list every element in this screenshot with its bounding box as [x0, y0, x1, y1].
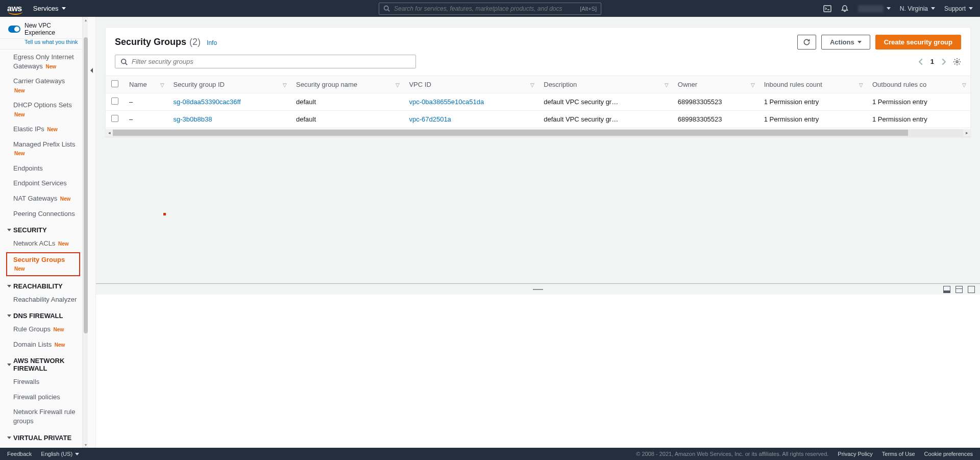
region-menu[interactable]: N. Virginia — [900, 5, 935, 12]
cell-vpc-link[interactable]: vpc-67d2501a — [409, 115, 451, 123]
column-header[interactable]: Description▽ — [538, 76, 673, 93]
select-all-checkbox[interactable] — [111, 80, 118, 87]
svg-point-0 — [384, 6, 388, 10]
cell-vpc-link[interactable]: vpc-0ba38655e10ca51da — [409, 98, 484, 106]
cell-desc: default VPC security gr… — [538, 93, 673, 111]
column-header[interactable]: VPC ID▽ — [404, 76, 538, 93]
cell-inbound: 1 Permission entry — [759, 93, 867, 111]
cell-name: – — [129, 115, 133, 123]
sidebar-item[interactable]: Rule Groups New — [0, 322, 82, 337]
sidebar-item[interactable]: Endpoints — [0, 161, 82, 176]
sidebar-item[interactable]: Peering Connections — [0, 206, 82, 222]
table-hscroll[interactable]: ◂ ▸ — [106, 129, 970, 136]
sidebar-item[interactable]: Endpoint Services — [0, 176, 82, 191]
actions-button[interactable]: Actions — [821, 35, 870, 50]
marker — [163, 213, 166, 215]
next-page-icon[interactable] — [941, 58, 946, 65]
cell-inbound: 1 Permission entry — [759, 111, 867, 128]
cell-sgname: default — [291, 111, 404, 128]
security-groups-table: Name▽Security group ID▽Security group na… — [106, 76, 970, 128]
search-shortcut: [Alt+S] — [580, 6, 597, 12]
scrollbar-thumb[interactable] — [84, 37, 88, 333]
panel-splitter[interactable] — [96, 283, 980, 295]
row-checkbox[interactable] — [111, 115, 118, 122]
table-row[interactable]: –sg-08daa53390cac36ffdefaultvpc-0ba38655… — [106, 93, 970, 111]
feedback-link[interactable]: Feedback — [7, 451, 32, 457]
settings-icon[interactable] — [953, 58, 961, 66]
feedback-link[interactable]: Tell us what you think — [0, 39, 82, 50]
prev-page-icon[interactable] — [919, 58, 923, 65]
sidebar-item[interactable]: Security Groups New — [6, 252, 80, 276]
support-menu[interactable]: Support — [944, 5, 973, 12]
info-link[interactable]: Info — [207, 39, 217, 46]
table-row[interactable]: –sg-3b0b8b38defaultvpc-67d2501adefault V… — [106, 111, 970, 128]
cell-sgname: default — [291, 93, 404, 111]
terms-link[interactable]: Terms of Use — [882, 451, 915, 457]
sidebar-section-header[interactable]: VIRTUAL PRIVATE — [0, 429, 82, 444]
cell-sgid-link[interactable]: sg-08daa53390cac36ff — [174, 98, 241, 106]
filter-input-wrap[interactable] — [115, 55, 416, 68]
sidebar-section-header[interactable]: AWS NETWORK FIREWALL — [0, 352, 82, 374]
column-header[interactable]: Inbound rules count▽ — [759, 76, 867, 93]
view-bottom-icon[interactable] — [943, 286, 950, 293]
aws-logo[interactable]: aws — [7, 4, 22, 13]
services-label: Services — [33, 5, 59, 12]
column-header[interactable]: Security group name▽ — [291, 76, 404, 93]
search-icon — [383, 5, 390, 12]
account-menu[interactable] — [858, 5, 891, 12]
refresh-icon — [803, 38, 811, 46]
column-header[interactable]: Security group ID▽ — [168, 76, 291, 93]
column-header[interactable]: Name▽ — [124, 76, 168, 93]
sidebar-item[interactable]: Egress Only Internet Gateways New — [0, 50, 82, 74]
cell-outbound: 1 Permission entry — [867, 93, 970, 111]
sidebar-section-header[interactable]: SECURITY — [0, 221, 82, 236]
view-split-icon[interactable] — [955, 286, 963, 293]
cloudshell-icon[interactable] — [823, 5, 831, 13]
cell-name: – — [129, 98, 133, 106]
filter-input[interactable] — [132, 58, 410, 65]
caret-down-icon — [62, 7, 66, 10]
refresh-button[interactable] — [797, 35, 816, 50]
search-input[interactable] — [394, 5, 580, 12]
sidebar-section-header[interactable]: REACHABILITY — [0, 277, 82, 292]
sidebar-item[interactable]: Managed Prefix Lists New — [0, 137, 82, 161]
hscroll-thumb[interactable] — [113, 130, 908, 136]
page-title: Security Groups (2) Info — [115, 37, 217, 47]
column-header[interactable]: Outbound rules co▽ — [867, 76, 970, 93]
row-checkbox[interactable] — [111, 98, 118, 105]
svg-line-4 — [126, 63, 128, 65]
global-search[interactable]: [Alt+S] — [379, 3, 601, 15]
sidebar-collapse[interactable] — [88, 17, 96, 448]
new-experience-toggle[interactable] — [8, 26, 20, 33]
language-menu[interactable]: English (US) — [41, 451, 79, 457]
view-full-icon[interactable] — [968, 286, 975, 293]
cell-owner: 689983305523 — [673, 93, 759, 111]
pagination: 1 — [919, 58, 961, 66]
scroll-up-icon[interactable]: ▴ — [83, 17, 88, 23]
sidebar-item[interactable]: Firewall policies — [0, 390, 82, 405]
hscroll-right-icon[interactable]: ▸ — [963, 129, 970, 136]
column-header[interactable]: Owner▽ — [673, 76, 759, 93]
sidebar-item[interactable]: Carrier Gateways New — [0, 74, 82, 98]
sidebar-item[interactable]: Elastic IPs New — [0, 122, 82, 137]
services-menu[interactable]: Services — [33, 5, 66, 12]
sidebar-item[interactable]: Reachability Analyzer — [0, 292, 82, 307]
hscroll-left-icon[interactable]: ◂ — [106, 129, 113, 136]
sidebar-item[interactable]: DHCP Options Sets New — [0, 98, 82, 122]
copyright: © 2008 - 2021, Amazon Web Services, Inc.… — [636, 451, 828, 457]
scroll-down-icon[interactable]: ▾ — [83, 442, 88, 448]
sidebar-item[interactable]: Network ACLs New — [0, 236, 82, 251]
sidebar-item[interactable]: Domain Lists New — [0, 337, 82, 352]
cookie-link[interactable]: Cookie preferences — [924, 451, 973, 457]
notifications-icon[interactable] — [841, 5, 849, 13]
sidebar-scrollbar[interactable]: ▴ ▾ — [83, 17, 88, 448]
cell-sgid-link[interactable]: sg-3b0b8b38 — [174, 115, 212, 123]
sidebar-section-header[interactable]: DNS FIREWALL — [0, 307, 82, 322]
create-security-group-button[interactable]: Create security group — [875, 35, 961, 50]
cell-owner: 689983305523 — [673, 111, 759, 128]
sidebar-item[interactable]: Network Firewall rule groups — [0, 404, 82, 428]
privacy-link[interactable]: Privacy Policy — [838, 451, 872, 457]
footer: Feedback English (US) © 2008 - 2021, Ama… — [0, 448, 980, 460]
sidebar-item[interactable]: NAT Gateways New — [0, 191, 82, 206]
sidebar-item[interactable]: Firewalls — [0, 374, 82, 390]
